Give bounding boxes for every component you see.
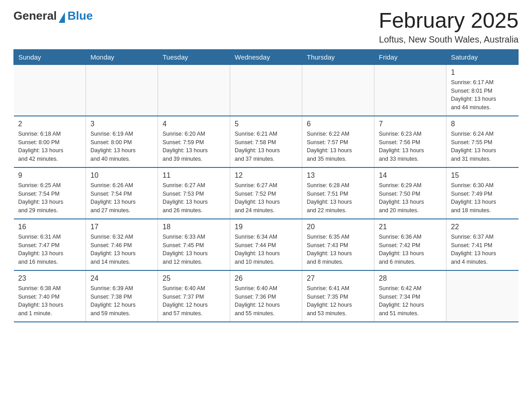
calendar-cell: 26Sunrise: 6:40 AMSunset: 7:36 PMDayligh… — [230, 270, 302, 322]
header-wednesday: Wednesday — [230, 49, 302, 64]
calendar-cell — [158, 64, 230, 116]
day-number: 22 — [451, 223, 514, 231]
day-number: 14 — [379, 171, 442, 180]
calendar-cell: 18Sunrise: 6:33 AMSunset: 7:45 PMDayligh… — [158, 219, 230, 270]
day-info: Sunrise: 6:26 AMSunset: 7:54 PMDaylight:… — [90, 181, 153, 215]
day-number: 2 — [18, 120, 82, 128]
calendar-cell: 7Sunrise: 6:23 AMSunset: 7:56 PMDaylight… — [374, 116, 446, 167]
calendar-cell: 20Sunrise: 6:35 AMSunset: 7:43 PMDayligh… — [302, 219, 374, 270]
calendar-cell: 16Sunrise: 6:31 AMSunset: 7:47 PMDayligh… — [14, 219, 86, 270]
calendar-cell: 11Sunrise: 6:27 AMSunset: 7:53 PMDayligh… — [158, 167, 230, 219]
header-tuesday: Tuesday — [158, 49, 230, 64]
day-number: 24 — [90, 274, 153, 283]
calendar-header: Sunday Monday Tuesday Wednesday Thursday… — [14, 49, 519, 64]
header-monday: Monday — [86, 49, 158, 64]
day-number: 10 — [90, 171, 153, 180]
calendar-week-row-3: 16Sunrise: 6:31 AMSunset: 7:47 PMDayligh… — [14, 219, 519, 270]
day-info: Sunrise: 6:33 AMSunset: 7:45 PMDaylight:… — [163, 233, 225, 266]
day-number: 18 — [163, 223, 225, 231]
logo: General Blue — [13, 9, 93, 23]
calendar-cell: 14Sunrise: 6:29 AMSunset: 7:50 PMDayligh… — [374, 167, 446, 219]
day-info: Sunrise: 6:17 AMSunset: 8:01 PMDaylight:… — [451, 78, 514, 112]
day-number: 19 — [235, 223, 297, 231]
calendar-cell: 8Sunrise: 6:24 AMSunset: 7:55 PMDaylight… — [446, 116, 519, 167]
day-info: Sunrise: 6:36 AMSunset: 7:42 PMDaylight:… — [379, 233, 442, 266]
calendar-cell — [14, 64, 86, 116]
day-info: Sunrise: 6:25 AMSunset: 7:54 PMDaylight:… — [18, 181, 82, 215]
day-info: Sunrise: 6:19 AMSunset: 8:00 PMDaylight:… — [90, 130, 153, 163]
calendar-cell: 4Sunrise: 6:20 AMSunset: 7:59 PMDaylight… — [158, 116, 230, 167]
day-info: Sunrise: 6:27 AMSunset: 7:53 PMDaylight:… — [163, 181, 225, 215]
calendar-cell: 25Sunrise: 6:40 AMSunset: 7:37 PMDayligh… — [158, 270, 230, 322]
day-info: Sunrise: 6:29 AMSunset: 7:50 PMDaylight:… — [379, 181, 442, 215]
calendar-week-row-1: 2Sunrise: 6:18 AMSunset: 8:00 PMDaylight… — [14, 116, 519, 167]
day-number: 28 — [379, 274, 442, 283]
calendar-cell — [302, 64, 374, 116]
day-info: Sunrise: 6:40 AMSunset: 7:37 PMDaylight:… — [163, 284, 225, 318]
page-header: General Blue February 2025 Loftus, New S… — [13, 9, 519, 45]
day-info: Sunrise: 6:37 AMSunset: 7:41 PMDaylight:… — [451, 233, 514, 266]
day-info: Sunrise: 6:18 AMSunset: 8:00 PMDaylight:… — [18, 130, 82, 163]
calendar-table: Sunday Monday Tuesday Wednesday Thursday… — [13, 49, 519, 322]
day-number: 4 — [163, 120, 225, 128]
day-number: 11 — [163, 171, 225, 180]
calendar-cell: 27Sunrise: 6:41 AMSunset: 7:35 PMDayligh… — [302, 270, 374, 322]
day-number: 9 — [18, 171, 82, 180]
calendar-cell: 28Sunrise: 6:42 AMSunset: 7:34 PMDayligh… — [374, 270, 446, 322]
calendar-cell: 12Sunrise: 6:27 AMSunset: 7:52 PMDayligh… — [230, 167, 302, 219]
day-info: Sunrise: 6:23 AMSunset: 7:56 PMDaylight:… — [379, 130, 442, 163]
day-number: 1 — [451, 68, 514, 77]
calendar-cell — [446, 270, 519, 322]
day-info: Sunrise: 6:28 AMSunset: 7:51 PMDaylight:… — [307, 181, 369, 215]
day-info: Sunrise: 6:24 AMSunset: 7:55 PMDaylight:… — [451, 130, 514, 163]
day-number: 17 — [90, 223, 153, 231]
calendar-week-row-0: 1Sunrise: 6:17 AMSunset: 8:01 PMDaylight… — [14, 64, 519, 116]
day-info: Sunrise: 6:20 AMSunset: 7:59 PMDaylight:… — [163, 130, 225, 163]
day-number: 21 — [379, 223, 442, 231]
calendar-cell: 19Sunrise: 6:34 AMSunset: 7:44 PMDayligh… — [230, 219, 302, 270]
day-number: 8 — [451, 120, 514, 128]
day-number: 15 — [451, 171, 514, 180]
day-info: Sunrise: 6:27 AMSunset: 7:52 PMDaylight:… — [235, 181, 297, 215]
day-info: Sunrise: 6:21 AMSunset: 7:58 PMDaylight:… — [235, 130, 297, 163]
day-number: 27 — [307, 274, 369, 283]
day-info: Sunrise: 6:42 AMSunset: 7:34 PMDaylight:… — [379, 284, 442, 318]
logo-triangle-icon — [59, 12, 65, 23]
header-friday: Friday — [374, 49, 446, 64]
month-title: February 2025 — [379, 9, 519, 33]
day-info: Sunrise: 6:22 AMSunset: 7:57 PMDaylight:… — [307, 130, 369, 163]
day-info: Sunrise: 6:30 AMSunset: 7:49 PMDaylight:… — [451, 181, 514, 215]
location-title: Loftus, New South Wales, Australia — [379, 34, 519, 45]
day-number: 20 — [307, 223, 369, 231]
day-info: Sunrise: 6:31 AMSunset: 7:47 PMDaylight:… — [18, 233, 82, 266]
calendar-cell: 6Sunrise: 6:22 AMSunset: 7:57 PMDaylight… — [302, 116, 374, 167]
calendar-cell: 15Sunrise: 6:30 AMSunset: 7:49 PMDayligh… — [446, 167, 519, 219]
calendar-cell: 1Sunrise: 6:17 AMSunset: 8:01 PMDaylight… — [446, 64, 519, 116]
header-thursday: Thursday — [302, 49, 374, 64]
calendar-cell: 17Sunrise: 6:32 AMSunset: 7:46 PMDayligh… — [86, 219, 158, 270]
calendar-cell — [230, 64, 302, 116]
calendar-body: 1Sunrise: 6:17 AMSunset: 8:01 PMDaylight… — [14, 64, 519, 322]
day-info: Sunrise: 6:41 AMSunset: 7:35 PMDaylight:… — [307, 284, 369, 318]
calendar-week-row-4: 23Sunrise: 6:38 AMSunset: 7:40 PMDayligh… — [14, 270, 519, 322]
calendar-cell: 9Sunrise: 6:25 AMSunset: 7:54 PMDaylight… — [14, 167, 86, 219]
day-number: 23 — [18, 274, 82, 283]
calendar-cell: 22Sunrise: 6:37 AMSunset: 7:41 PMDayligh… — [446, 219, 519, 270]
day-number: 16 — [18, 223, 82, 231]
day-number: 26 — [235, 274, 297, 283]
calendar-cell: 2Sunrise: 6:18 AMSunset: 8:00 PMDaylight… — [14, 116, 86, 167]
logo-general-text: General — [13, 9, 57, 23]
day-info: Sunrise: 6:39 AMSunset: 7:38 PMDaylight:… — [90, 284, 153, 318]
day-number: 12 — [235, 171, 297, 180]
calendar-cell: 3Sunrise: 6:19 AMSunset: 8:00 PMDaylight… — [86, 116, 158, 167]
calendar-cell: 21Sunrise: 6:36 AMSunset: 7:42 PMDayligh… — [374, 219, 446, 270]
day-number: 6 — [307, 120, 369, 128]
day-info: Sunrise: 6:35 AMSunset: 7:43 PMDaylight:… — [307, 233, 369, 266]
title-block: February 2025 Loftus, New South Wales, A… — [379, 9, 519, 45]
calendar-cell: 10Sunrise: 6:26 AMSunset: 7:54 PMDayligh… — [86, 167, 158, 219]
calendar-cell: 24Sunrise: 6:39 AMSunset: 7:38 PMDayligh… — [86, 270, 158, 322]
calendar-cell — [374, 64, 446, 116]
calendar-week-row-2: 9Sunrise: 6:25 AMSunset: 7:54 PMDaylight… — [14, 167, 519, 219]
day-info: Sunrise: 6:32 AMSunset: 7:46 PMDaylight:… — [90, 233, 153, 266]
header-saturday: Saturday — [446, 49, 519, 64]
